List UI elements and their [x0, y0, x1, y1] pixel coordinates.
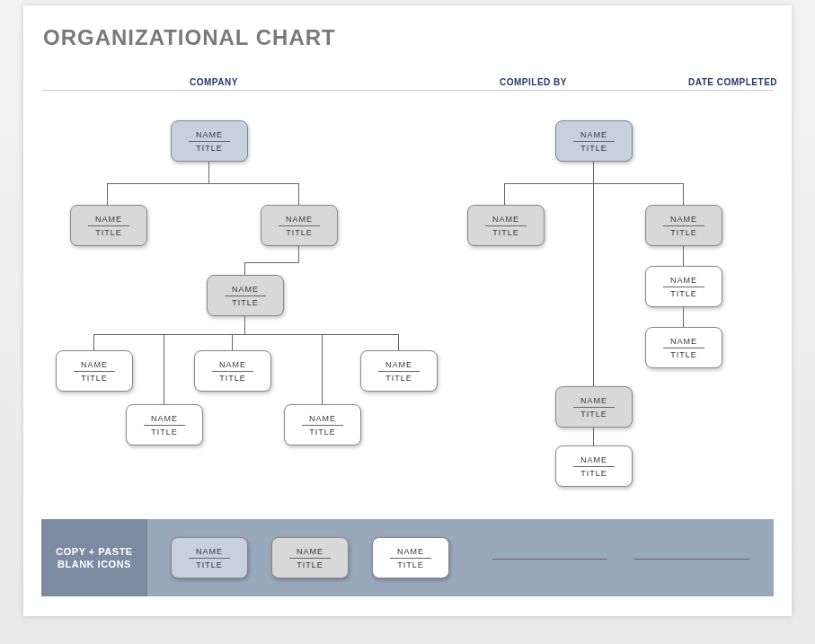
- node-sep: [663, 225, 704, 226]
- node-title: TITLE: [196, 144, 223, 153]
- node-sep: [225, 296, 266, 296]
- org-node[interactable]: NAMETITLE: [194, 350, 271, 392]
- node-sep: [88, 225, 129, 226]
- org-node-root-2[interactable]: NAMETITLE: [555, 120, 633, 162]
- page-title: ORGANIZATIONAL CHART: [43, 25, 336, 50]
- node-title: TITLE: [297, 560, 323, 569]
- node-name: NAME: [95, 215, 122, 224]
- node-sep: [212, 371, 253, 372]
- org-node[interactable]: NAMETITLE: [70, 205, 147, 246]
- node-title: TITLE: [492, 228, 519, 237]
- node-name: NAME: [670, 215, 697, 224]
- palette-node-white[interactable]: NAMETITLE: [372, 537, 449, 578]
- connector: [107, 183, 299, 184]
- palette-connector-sample[interactable]: [634, 559, 749, 560]
- node-name: NAME: [492, 215, 519, 224]
- connector: [244, 316, 245, 334]
- node-sep: [378, 371, 420, 372]
- org-node[interactable]: NAMETITLE: [284, 404, 361, 446]
- org-node[interactable]: NAMETITLE: [56, 350, 133, 392]
- connector: [683, 246, 684, 266]
- node-sep: [573, 466, 615, 467]
- node-title: TITLE: [309, 428, 336, 437]
- node-title: TITLE: [670, 228, 697, 237]
- connector: [93, 334, 399, 335]
- node-name: NAME: [580, 396, 607, 405]
- node-sep: [279, 225, 320, 226]
- node-title: TITLE: [196, 560, 223, 569]
- header-compiled-by: COMPILED BY: [500, 77, 567, 87]
- header-date-completed: DATE COMPLETED: [688, 77, 777, 87]
- node-title: TITLE: [397, 560, 424, 569]
- palette-node-grey[interactable]: NAMETITLE: [271, 537, 349, 578]
- connector: [298, 183, 299, 205]
- connector: [232, 334, 233, 350]
- node-name: NAME: [196, 547, 223, 556]
- connector: [93, 334, 94, 350]
- node-sep: [74, 371, 115, 372]
- connector: [322, 334, 323, 404]
- connector: [398, 334, 399, 350]
- palette-node-blue[interactable]: NAMETITLE: [171, 537, 248, 578]
- node-sep: [663, 287, 704, 287]
- org-node[interactable]: NAMETITLE: [207, 275, 284, 316]
- node-sep: [302, 425, 343, 426]
- node-name: NAME: [286, 215, 313, 224]
- connector: [244, 262, 245, 275]
- node-title: TITLE: [670, 350, 697, 359]
- node-sep: [390, 558, 431, 559]
- palette-footer: COPY + PASTE BLANK ICONS NAMETITLE NAMET…: [41, 519, 774, 596]
- org-node[interactable]: NAMETITLE: [645, 205, 722, 246]
- node-title: TITLE: [286, 228, 313, 237]
- node-name: NAME: [385, 360, 412, 369]
- org-node[interactable]: NAMETITLE: [645, 327, 722, 368]
- node-name: NAME: [309, 414, 336, 423]
- connector: [164, 334, 164, 404]
- org-node[interactable]: NAMETITLE: [467, 205, 545, 246]
- org-node[interactable]: NAMETITLE: [555, 386, 633, 428]
- node-sep: [573, 141, 615, 142]
- header-company: COMPANY: [190, 77, 238, 87]
- node-name: NAME: [196, 130, 223, 139]
- node-title: TITLE: [670, 289, 697, 298]
- connector: [683, 307, 684, 327]
- node-name: NAME: [580, 130, 607, 139]
- connector: [298, 246, 299, 262]
- palette-label: COPY + PASTE BLANK ICONS: [41, 519, 147, 596]
- node-title: TITLE: [81, 374, 108, 383]
- connector: [208, 162, 209, 183]
- node-title: TITLE: [219, 374, 246, 383]
- node-name: NAME: [232, 285, 259, 294]
- node-title: TITLE: [580, 469, 607, 478]
- org-node[interactable]: NAMETITLE: [261, 205, 338, 246]
- node-name: NAME: [580, 455, 607, 464]
- node-title: TITLE: [385, 374, 412, 383]
- node-name: NAME: [219, 360, 246, 369]
- node-title: TITLE: [232, 298, 259, 307]
- node-title: TITLE: [95, 228, 122, 237]
- connector: [107, 183, 108, 205]
- node-sep: [663, 348, 704, 348]
- org-node-root-1[interactable]: NAME TITLE: [171, 120, 248, 162]
- connector: [244, 262, 299, 263]
- org-node[interactable]: NAMETITLE: [126, 404, 203, 446]
- org-node[interactable]: NAMETITLE: [555, 446, 633, 487]
- connector: [593, 162, 594, 183]
- node-name: NAME: [670, 276, 697, 285]
- node-name: NAME: [297, 547, 323, 556]
- node-name: NAME: [81, 360, 108, 369]
- connector: [593, 428, 594, 446]
- connector: [504, 183, 505, 205]
- node-sep: [573, 407, 615, 408]
- org-node[interactable]: NAMETITLE: [645, 266, 722, 307]
- node-name: NAME: [670, 337, 697, 346]
- template-sheet: ORGANIZATIONAL CHART COMPANY COMPILED BY…: [23, 5, 792, 616]
- node-name: NAME: [151, 414, 178, 423]
- node-sep: [189, 141, 230, 142]
- connector: [593, 183, 594, 386]
- palette-connector-sample[interactable]: [492, 559, 607, 560]
- header-rule: [41, 90, 774, 91]
- org-node[interactable]: NAMETITLE: [360, 350, 438, 392]
- connector: [683, 183, 684, 205]
- node-sep: [189, 558, 230, 559]
